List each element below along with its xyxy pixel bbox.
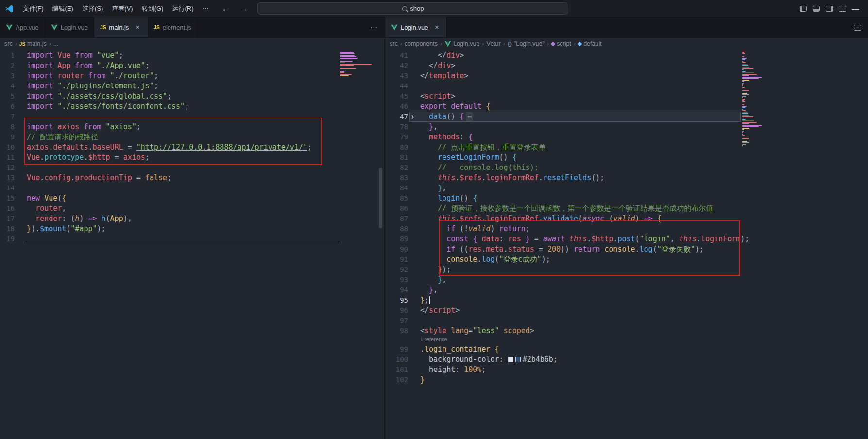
breadcrumb-item[interactable]: Vetur [487, 40, 501, 47]
code-line[interactable]: 81 resetLoginForm() { [385, 152, 868, 163]
code-line[interactable]: 92 }); [385, 265, 868, 275]
breadcrumb-item[interactable]: components [405, 40, 438, 47]
code-line[interactable]: 84 }, [385, 183, 868, 193]
code-line[interactable]: 41 </div> [385, 51, 868, 61]
code-line[interactable]: 2import App from "./App.vue"; [0, 61, 384, 71]
tab-login-vue[interactable]: Login.vue× [385, 17, 447, 37]
toggle-secondary-sidebar-icon[interactable] [826, 6, 833, 12]
menu-overflow-icon[interactable]: ⋯ [198, 2, 213, 15]
code-line[interactable]: 87 this.$refs.loginFormRef.validate(asyn… [385, 214, 868, 224]
color-swatch-icon[interactable] [515, 357, 521, 362]
code-token: console [446, 255, 477, 264]
code-line[interactable]: 101 height: 100%; [385, 365, 868, 375]
breadcrumb-item[interactable]: default [578, 40, 602, 47]
code-line[interactable]: 18}).$mount("#app"); [0, 224, 384, 234]
color-swatch-icon[interactable] [508, 357, 513, 362]
code-line[interactable]: 91 console.log("登录c成功"); [385, 254, 868, 265]
code-line[interactable]: 7 [0, 112, 384, 122]
code-line[interactable]: 97 [385, 316, 868, 326]
code-token: { [62, 194, 66, 203]
breadcrumb-item[interactable]: ... [53, 40, 58, 47]
nav-forward-icon[interactable]: → [238, 4, 250, 13]
code-line[interactable]: 3import router from "./router"; [0, 71, 384, 81]
more-actions-icon[interactable]: ⋯ [370, 17, 377, 38]
code-line[interactable]: 8import axios from "axios"; [0, 122, 384, 132]
code-line[interactable]: 80 // 点击重置按钮，重置登录表单 [385, 142, 868, 152]
menu-item-编[interactable]: 编辑(E) [48, 2, 78, 15]
tab-login-vue[interactable]: Login.vue [45, 17, 94, 37]
breadcrumb-item[interactable]: Login.vue [444, 40, 479, 47]
code-line[interactable]: 13Vue.config.productionTip = false; [0, 173, 384, 183]
command-center-search[interactable]: shop [257, 2, 568, 15]
menu-item-选[interactable]: 选择(S) [78, 2, 107, 15]
code-token: { [468, 133, 473, 141]
code-line[interactable]: 46export default { [385, 101, 868, 112]
tab-element-js[interactable]: JSelement.js [148, 17, 198, 37]
code-line[interactable]: 4import "./plugins/element.js"; [0, 81, 384, 91]
code-line[interactable]: 95}; [385, 295, 868, 305]
code-line[interactable]: 42 </div> [385, 61, 868, 71]
code-line[interactable]: 79 methods: { [385, 132, 868, 142]
code-token: ⋯ [466, 112, 473, 121]
codelens-row[interactable]: 1 reference [385, 336, 868, 344]
code-line[interactable]: 85 login() { [385, 193, 868, 203]
code-line[interactable]: 88 if (!valid) return; [385, 224, 868, 234]
toggle-sidebar-icon[interactable] [800, 6, 807, 12]
code-line[interactable]: 96</script> [385, 305, 868, 316]
code-line[interactable]: 82 // console.log(this); [385, 163, 868, 173]
toggle-panel-icon[interactable] [813, 6, 820, 12]
code-line[interactable]: 43</template> [385, 71, 868, 81]
code-line[interactable]: 10axios.defaults.baseURL = "http://127.0… [0, 142, 384, 152]
code-token: , [442, 275, 446, 284]
breadcrumb-item[interactable]: src [390, 40, 398, 47]
code-line[interactable]: 45<script> [385, 91, 868, 101]
code-line[interactable]: 47❯ data() {⋯ [385, 112, 868, 122]
fold-chevron-icon[interactable]: ❯ [411, 112, 414, 122]
menu-item-文[interactable]: 文件(F) [18, 2, 48, 15]
close-icon[interactable]: × [134, 23, 142, 31]
code-line[interactable]: 100 background-color: #2b4b6b; [385, 355, 868, 365]
code-line[interactable]: 93 }, [385, 275, 868, 285]
breadcrumb-item[interactable]: src [4, 40, 13, 47]
nav-back-icon[interactable]: ← [220, 4, 231, 13]
tab-main-js[interactable]: JSmain.js× [94, 17, 148, 37]
breadcrumb-item[interactable]: script [551, 40, 571, 47]
code-line[interactable]: 1import Vue from "vue"; [0, 51, 384, 61]
menu-item-查[interactable]: 查看(V) [107, 2, 137, 15]
code-line[interactable]: 19 [0, 234, 384, 244]
code-token: Vue [44, 194, 57, 203]
code-line[interactable]: 86 // 预验证，接收参数是一个回调函数，第一个参数是一个验证结果是否成功的布… [385, 203, 868, 214]
code-token: // 预验证，接收参数是一个回调函数，第一个参数是一个验证结果是否成功的布尔值 [420, 204, 713, 213]
code-line[interactable]: 89 const { data: res } = await this.$htt… [385, 234, 868, 244]
code-line[interactable]: 83 this.$refs.loginFormRef.resetFields()… [385, 173, 868, 183]
code-line[interactable]: 9// 配置请求的根路径 [0, 132, 384, 142]
code-line[interactable]: 78 }, [385, 122, 868, 132]
code-line[interactable]: 11Vue.prototype.$http = axios; [0, 152, 384, 163]
code-line[interactable]: 12 [0, 163, 384, 173]
menu-item-转[interactable]: 转到(G) [137, 2, 168, 15]
code-token: { [473, 235, 481, 243]
code-line[interactable]: 16 router, [0, 203, 384, 214]
code-line[interactable]: 94 }, [385, 285, 868, 295]
code-line[interactable]: 6import "./assets/fonts/iconfont.css"; [0, 101, 384, 112]
customize-layout-icon[interactable] [839, 6, 846, 12]
code-line[interactable]: 17 render: (h) => h(App), [0, 214, 384, 224]
code-line[interactable]: 5import "./assets/css/global.css"; [0, 91, 384, 101]
code-line[interactable]: 99.login_container { [385, 344, 868, 355]
code-editor-login-vue[interactable]: 41 </div>42 </div>43</template>4445<scri… [385, 50, 868, 439]
code-line[interactable]: 102} [385, 375, 868, 385]
code-line[interactable]: 90 if ((res.meta.status = 200)) return c… [385, 244, 868, 254]
minimize-icon[interactable]: — [852, 4, 859, 13]
breadcrumb-item[interactable]: JSmain.js [19, 40, 47, 47]
code-token: { [486, 102, 490, 111]
tab-app-vue[interactable]: App.vue [0, 17, 45, 37]
code-line[interactable]: 15new Vue({ [0, 193, 384, 203]
split-editor-icon[interactable] [854, 17, 861, 38]
menu-item-运[interactable]: 运行(R) [168, 2, 198, 15]
close-icon[interactable]: × [433, 23, 441, 31]
code-line[interactable]: 44 [385, 81, 868, 91]
code-line[interactable]: 14 [0, 183, 384, 193]
code-editor-main-js[interactable]: 1import Vue from "vue";2import App from … [0, 50, 384, 439]
breadcrumb-item[interactable]: {}"Login.vue" [508, 40, 545, 47]
code-line[interactable]: 98<style lang="less" scoped> [385, 326, 868, 336]
